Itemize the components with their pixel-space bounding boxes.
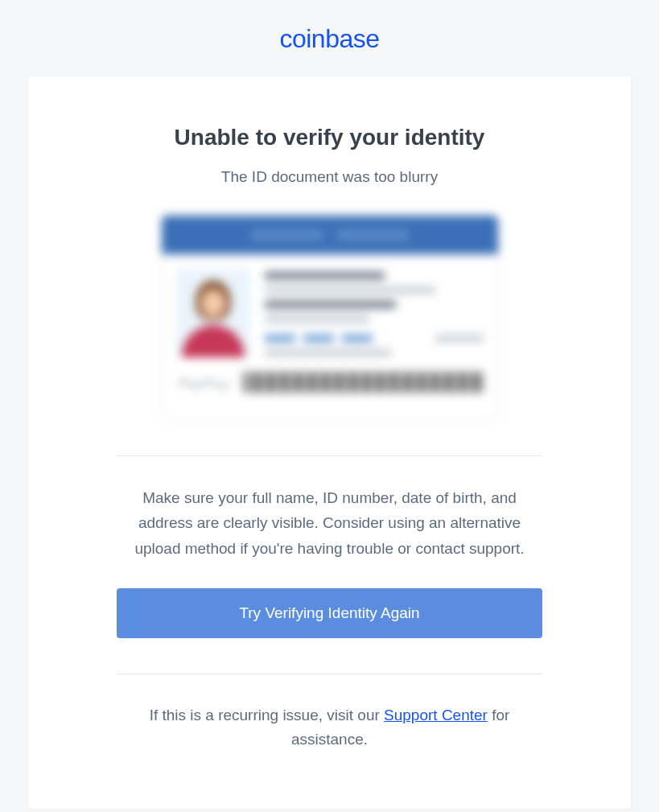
instructions-text: Make sure your full name, ID number, dat… [117,485,542,561]
try-again-button[interactable]: Try Verifying Identity Again [117,588,542,638]
signature-icon [176,376,233,389]
page-title: Unable to verify your identity [117,125,542,150]
id-info-lines [265,269,484,357]
footer-prefix: If this is a recurring issue, visit our [150,707,384,723]
error-reason: The ID document was too blurry [117,168,542,186]
blurry-id-illustration [161,215,499,420]
barcode-icon [244,372,484,393]
divider [117,455,542,456]
divider [117,674,542,674]
coinbase-logo: coinbase [279,24,379,53]
id-card-header [162,216,498,254]
support-footer: If this is a recurring issue, visit our … [117,703,542,752]
id-photo-icon [176,269,250,357]
verification-card: Unable to verify your identity The ID do… [28,76,631,809]
brand-header: coinbase [28,24,631,54]
support-center-link[interactable]: Support Center [384,707,488,723]
